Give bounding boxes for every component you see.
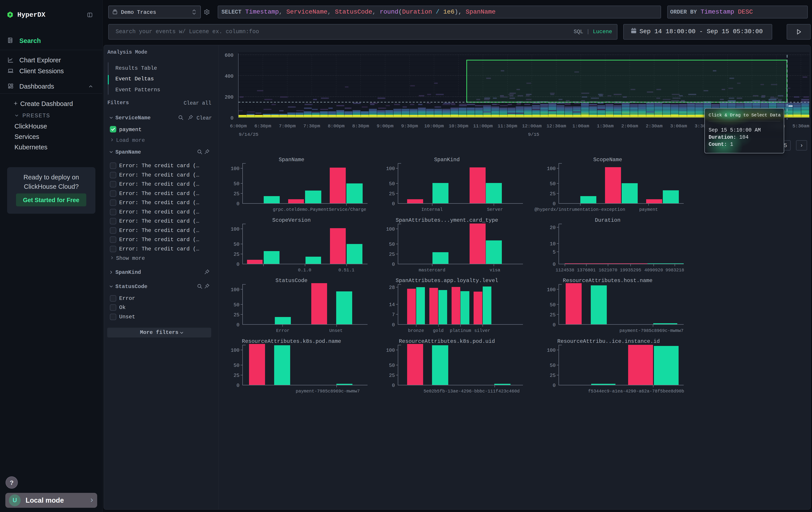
svg-text:Server: Server <box>487 207 503 212</box>
svg-text:0: 0 <box>392 383 395 388</box>
svg-text:payment: payment <box>639 207 658 212</box>
svg-text:25: 25 <box>389 252 395 257</box>
svg-text:50: 50 <box>234 302 239 308</box>
svg-text:100: 100 <box>547 166 556 172</box>
svg-text:5: 5 <box>553 249 556 255</box>
svg-text:payment-7985c8969c-mwmw7: payment-7985c8969c-mwmw7 <box>296 389 360 394</box>
svg-text:ResourceAttribu..ice.instance.: ResourceAttribu..ice.instance.id <box>557 339 660 344</box>
svg-text:f5344ec9-a1ea-4290-a62a-78f5be: f5344ec9-a1ea-4290-a62a-78f5bee8d90b <box>588 389 684 394</box>
svg-text:SpanAttributes...yment.card_ty: SpanAttributes...yment.card_type <box>396 217 498 223</box>
svg-text:50: 50 <box>550 302 556 308</box>
svg-text:100: 100 <box>231 166 239 172</box>
svg-text:1621070: 1621070 <box>599 268 617 273</box>
svg-text:Internal: Internal <box>421 207 443 212</box>
svg-text:StatusCode: StatusCode <box>276 277 308 284</box>
svg-text:0: 0 <box>392 262 395 267</box>
svg-text:100: 100 <box>386 226 395 232</box>
svg-text:Duration: Duration <box>595 217 620 223</box>
svg-text:SpanName: SpanName <box>279 157 304 163</box>
svg-text:SpanKind: SpanKind <box>434 157 460 163</box>
svg-text:platinum: platinum <box>450 328 471 333</box>
svg-text:ResourceAttributes.host.name: ResourceAttributes.host.name <box>563 277 652 284</box>
svg-text:0: 0 <box>392 201 395 207</box>
svg-text:mastercard: mastercard <box>419 268 445 273</box>
svg-text:1376801: 1376801 <box>577 268 596 273</box>
svg-text:25: 25 <box>234 191 239 197</box>
svg-text:visa: visa <box>490 268 500 273</box>
svg-text:0.51.1: 0.51.1 <box>339 268 354 273</box>
svg-text:0: 0 <box>237 322 239 328</box>
svg-text:0: 0 <box>237 383 239 388</box>
svg-text:0: 0 <box>392 322 395 328</box>
svg-text:9983218: 9983218 <box>665 268 684 273</box>
svg-text:25: 25 <box>550 191 556 197</box>
svg-text:28: 28 <box>389 285 395 291</box>
svg-text:0: 0 <box>553 383 556 388</box>
svg-text:7: 7 <box>392 312 395 318</box>
svg-text:19935295: 19935295 <box>620 268 641 273</box>
svg-text:0: 0 <box>237 201 239 207</box>
svg-text:0: 0 <box>237 262 239 267</box>
svg-text:10: 10 <box>550 241 556 247</box>
svg-text:Error: Error <box>276 328 289 333</box>
svg-text:0.1.0: 0.1.0 <box>298 268 311 273</box>
svg-text:@hyperdx/instrumentation-excep: @hyperdx/instrumentation-exception <box>534 207 625 212</box>
svg-text:50: 50 <box>389 181 395 187</box>
svg-text:25: 25 <box>389 191 395 197</box>
svg-text:0: 0 <box>553 322 556 328</box>
svg-text:4090920: 4090920 <box>644 268 663 273</box>
svg-text:50: 50 <box>389 363 395 369</box>
svg-text:1124538: 1124538 <box>556 268 574 273</box>
svg-text:25: 25 <box>234 252 239 257</box>
svg-text:50: 50 <box>234 242 239 247</box>
svg-text:25: 25 <box>234 373 239 378</box>
svg-text:100: 100 <box>231 348 239 353</box>
svg-text:20: 20 <box>550 225 556 231</box>
svg-text:50: 50 <box>389 242 395 247</box>
svg-text:payment-7985c8969c-mwmw7: payment-7985c8969c-mwmw7 <box>619 328 684 333</box>
svg-text:SpanAttributes.app.loyalty.lev: SpanAttributes.app.loyalty.level <box>396 277 498 284</box>
svg-text:50: 50 <box>550 181 556 187</box>
svg-text:ResourceAttributes.k8s.pod.nam: ResourceAttributes.k8s.pod.name <box>242 339 341 344</box>
svg-text:ScopeVersion: ScopeVersion <box>272 217 311 223</box>
svg-text:50: 50 <box>234 363 239 369</box>
svg-text:100: 100 <box>386 348 395 353</box>
svg-text:25: 25 <box>234 312 239 318</box>
svg-text:ScopeName: ScopeName <box>593 157 622 163</box>
svg-text:100: 100 <box>231 226 239 232</box>
svg-text:Unset: Unset <box>329 328 343 333</box>
svg-text:100: 100 <box>547 287 556 293</box>
svg-text:100: 100 <box>547 348 556 353</box>
svg-text:25: 25 <box>389 373 395 378</box>
svg-text:14: 14 <box>389 302 395 308</box>
svg-text:5e02b5fb-13ae-4296-bbbc-111f42: 5e02b5fb-13ae-4296-bbbc-111f423c460d <box>424 389 520 394</box>
svg-text:100: 100 <box>386 166 395 172</box>
svg-text:gold: gold <box>433 328 443 333</box>
svg-text:100: 100 <box>231 287 239 293</box>
svg-text:0: 0 <box>553 262 556 267</box>
svg-text:25: 25 <box>550 373 556 378</box>
svg-text:50: 50 <box>234 181 239 187</box>
svg-text:0: 0 <box>553 201 556 207</box>
svg-text:grpc.oteldemo.PaymentService/C: grpc.oteldemo.PaymentService/Charge <box>273 207 366 212</box>
svg-text:50: 50 <box>550 363 556 369</box>
svg-text:silver: silver <box>474 328 490 333</box>
svg-text:25: 25 <box>550 312 556 318</box>
svg-text:ResourceAttributes.k8s.pod.uid: ResourceAttributes.k8s.pod.uid <box>399 339 495 344</box>
svg-text:bronze: bronze <box>408 328 424 333</box>
